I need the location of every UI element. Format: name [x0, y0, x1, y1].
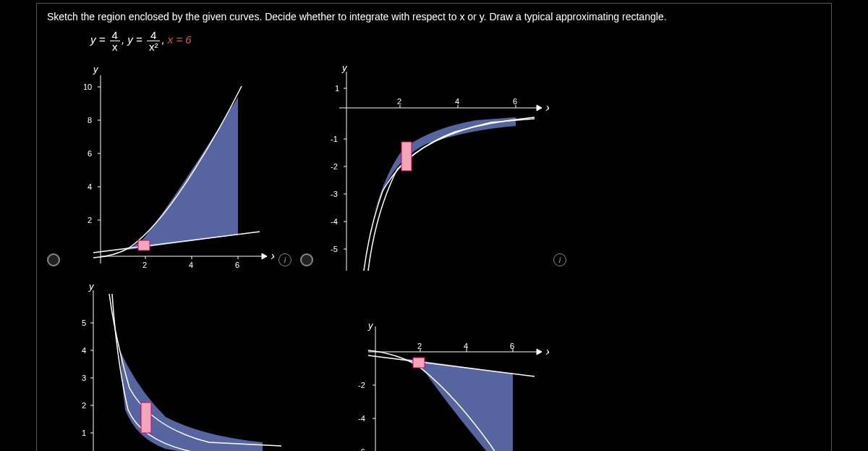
fraction-1: 4 x [110, 30, 120, 52]
p4-yt-n4: -4 [358, 414, 365, 423]
p1-yt-10: 10 [83, 83, 92, 91]
p3-yt-1: 1 [82, 429, 86, 437]
svg-marker-13 [537, 105, 542, 111]
den2: x² [147, 41, 161, 52]
problem-container: Sketch the region enclosed by the given … [36, 3, 832, 451]
equation-display: y = 4 x , y = 4 x² , x = 6 [90, 30, 821, 52]
eq-y2: y = [127, 33, 142, 46]
p2-yt-n4: -4 [331, 217, 338, 226]
plot-1-svg: 2 4 6 8 10 2 4 6 [64, 61, 274, 271]
p3-yt-4: 4 [82, 346, 86, 355]
p4-ylabel: y [367, 323, 374, 331]
eq-x6: x = 6 [168, 33, 192, 46]
p4-xt-4: 4 [464, 342, 468, 350]
plot-option-1[interactable]: 2 4 6 8 10 2 4 6 [47, 61, 292, 271]
info-icon-2[interactable]: i [553, 253, 566, 266]
fraction-2: 4 x² [147, 30, 161, 52]
svg-rect-37 [141, 402, 151, 433]
p1-xt-6: 6 [235, 261, 239, 269]
plot-option-2[interactable]: y x 1 -1 -2 -3 -4 -5 [300, 61, 566, 271]
p1-yt-2: 2 [88, 216, 92, 224]
p3-ylabel: y [88, 281, 95, 292]
svg-marker-1 [262, 253, 267, 259]
p3-yt-5: 5 [82, 319, 86, 327]
sep1: , [122, 33, 124, 46]
p2-xt-4: 4 [455, 97, 459, 106]
p2-xt-6: 6 [513, 97, 517, 106]
p2-yt-n3: -3 [331, 190, 338, 198]
sep2: , [161, 33, 164, 46]
den1: x [110, 41, 120, 52]
p2-xt-2: 2 [397, 97, 401, 106]
num1: 4 [110, 30, 120, 41]
plot-option-3[interactable]: y x -1 1 2 3 4 5 [47, 279, 313, 451]
p1-yt-6: 6 [88, 149, 92, 158]
plot-2-svg: y x 1 -1 -2 -3 -4 -5 [318, 61, 549, 271]
p1-ylabel: y [93, 64, 99, 75]
svg-marker-39 [537, 349, 542, 355]
plot-option-4[interactable]: y x -2 -4 -6 2 4 6 [322, 279, 549, 451]
p3-yt-2: 2 [82, 401, 86, 410]
p4-xlabel: x [545, 346, 549, 357]
eq-y1: y = [90, 33, 105, 46]
p2-yt-1: 1 [335, 84, 339, 93]
svg-rect-24 [401, 142, 412, 171]
p2-xlabel: x [545, 102, 549, 113]
info-icon-1[interactable]: i [278, 253, 292, 266]
plots-row: 2 4 6 8 10 2 4 6 [47, 61, 821, 451]
p2-yt-n5: -5 [331, 245, 338, 253]
p4-yt-n2: -2 [358, 381, 365, 389]
p1-xt-4: 4 [189, 261, 193, 269]
num2: 4 [147, 30, 161, 41]
p1-xt-2: 2 [142, 261, 147, 269]
p4-xt-2: 2 [417, 342, 422, 350]
p2-ylabel: y [341, 62, 348, 73]
p4-yt-n6: -6 [358, 447, 365, 451]
p4-xt-6: 6 [510, 342, 514, 350]
radio-2[interactable] [300, 253, 313, 266]
svg-rect-11 [138, 240, 150, 250]
p2-yt-n1: -1 [331, 135, 338, 143]
plot-3-svg: y x -1 1 2 3 4 5 [64, 279, 296, 451]
svg-rect-47 [413, 358, 425, 368]
plot-4-svg: y x -2 -4 -6 2 4 6 [339, 323, 549, 451]
p3-yt-3: 3 [82, 374, 86, 382]
question-text: Sketch the region enclosed by the given … [47, 11, 821, 22]
p1-yt-8: 8 [88, 116, 92, 125]
radio-1[interactable] [47, 253, 60, 266]
p2-yt-n2: -2 [331, 162, 338, 171]
p1-yt-4: 4 [88, 182, 92, 191]
p1-xlabel: x [271, 250, 274, 261]
